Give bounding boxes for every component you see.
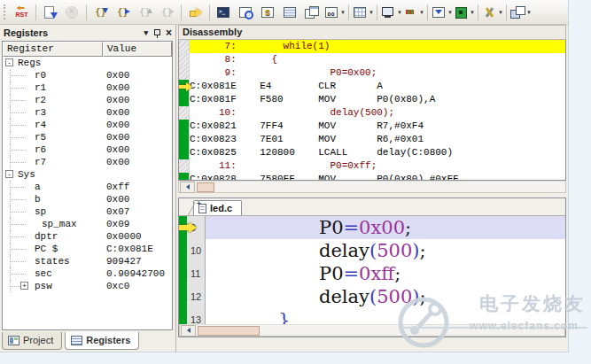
reset-cpu-button[interactable]: RST bbox=[11, 2, 33, 23]
register-row[interactable]: b0x00 bbox=[3, 193, 172, 205]
disassembly-source-row[interactable]: 10: delay(500); bbox=[179, 106, 565, 120]
window-layout-button[interactable]: ▾ bbox=[509, 2, 532, 23]
system-viewer-button[interactable]: ▾ bbox=[431, 2, 453, 23]
scroll-thumb[interactable] bbox=[198, 326, 260, 336]
panel-tab-project[interactable]: Project bbox=[2, 332, 62, 350]
code-line[interactable]: delay(500); bbox=[206, 239, 565, 262]
dropdown-caret-icon[interactable]: ▾ bbox=[369, 9, 373, 16]
memory-icon bbox=[353, 6, 368, 19]
tab-led-c[interactable]: led.c bbox=[193, 200, 242, 215]
disassembly-asm-row[interactable]: C:0x0828 7580FF MOV P0(0x80),#0xFF bbox=[179, 173, 565, 181]
disassembly-text: 10: delay(500); bbox=[190, 106, 565, 120]
disassembly-asm-row[interactable]: C:0x081E E4 CLR A bbox=[179, 80, 565, 93]
disassembly-asm-row[interactable]: C:0x0823 7E01 MOV R6,#0x01 bbox=[179, 133, 565, 146]
register-name: r7 bbox=[3, 156, 46, 168]
show-next-statement-button[interactable] bbox=[184, 2, 206, 23]
registers-window-button[interactable] bbox=[279, 2, 301, 23]
register-value: 0x00 bbox=[106, 69, 129, 81]
register-name: r2 bbox=[3, 94, 46, 106]
disassembly-source-row[interactable]: 7: while(1) bbox=[179, 40, 565, 53]
register-row[interactable]: r40x00 bbox=[3, 119, 172, 131]
disassembly-asm-row[interactable]: C:0x0825 120800 LCALL delay(C:0800) bbox=[179, 146, 565, 159]
step-out-icon bbox=[137, 6, 152, 19]
code-line[interactable]: } bbox=[206, 308, 565, 324]
disassembly-text: 11: P0=0xff; bbox=[190, 159, 565, 173]
pin-icon[interactable] bbox=[153, 28, 160, 38]
editor-body[interactable]: 910111213 P0=0x00;delay(500);P0=0xff;del… bbox=[179, 216, 565, 324]
register-row[interactable]: PC $C:0x081E bbox=[3, 243, 172, 255]
disassembly-source-row[interactable]: 8: { bbox=[179, 53, 565, 66]
toolbar-separator bbox=[348, 4, 349, 20]
disassembly-asm-row[interactable]: C:0x081F F580 MOV P0(0x80),A bbox=[179, 93, 565, 106]
step-into-button[interactable] bbox=[89, 2, 112, 23]
serial-windows-button[interactable]: ▾ bbox=[380, 2, 402, 23]
register-row[interactable]: +psw0xc0 bbox=[3, 280, 172, 292]
editor-hscrollbar[interactable] bbox=[179, 324, 565, 337]
disassembly-window-button[interactable] bbox=[235, 2, 257, 23]
code-token: ; bbox=[405, 217, 411, 238]
column-header-register[interactable]: Register bbox=[3, 42, 103, 57]
dropdown-caret-icon[interactable]: ▾ bbox=[448, 9, 452, 16]
code-line[interactable]: delay(500); bbox=[206, 285, 565, 308]
register-group-row[interactable]: -Sys bbox=[3, 168, 172, 181]
stop-button[interactable] bbox=[61, 2, 83, 23]
register-row[interactable]: r30x00 bbox=[3, 106, 172, 119]
register-row[interactable]: r50x00 bbox=[3, 131, 172, 143]
peripherals-button[interactable]: ▾ bbox=[453, 2, 475, 23]
register-row[interactable]: sp_max0x09 bbox=[3, 218, 172, 230]
code-line[interactable]: P0=0x00; bbox=[206, 216, 565, 239]
expand-icon[interactable]: + bbox=[20, 282, 28, 290]
disassembly-asm-row[interactable]: C:0x0821 7FF4 MOV R7,#0xF4 bbox=[179, 120, 565, 133]
scroll-left-arrow-icon[interactable] bbox=[181, 325, 196, 337]
dropdown-caret-icon[interactable]: ▾ bbox=[470, 9, 474, 16]
register-row[interactable]: r70x00 bbox=[3, 156, 172, 168]
disassembly-header[interactable]: Disassembly bbox=[178, 25, 566, 40]
step-out-button[interactable] bbox=[134, 2, 156, 23]
panel-tab-registers[interactable]: Registers bbox=[65, 332, 139, 350]
command-window-button[interactable] bbox=[213, 2, 235, 23]
dropdown-caret-icon[interactable]: ▾ bbox=[341, 9, 345, 16]
dropdown-caret-icon[interactable]: ▾ bbox=[527, 9, 531, 16]
register-group-row[interactable]: -Regs bbox=[3, 57, 172, 69]
dropdown-caret-icon[interactable]: ▾ bbox=[499, 9, 502, 16]
disassembly-text: C:0x081F F580 MOV P0(0x80),A bbox=[190, 93, 565, 106]
register-row[interactable]: dptr0x0000 bbox=[3, 230, 172, 243]
disassembly-source-row[interactable]: 11: P0=0xff; bbox=[179, 159, 565, 173]
memory-windows-button[interactable]: ▾ bbox=[352, 2, 374, 23]
register-row[interactable]: states909427 bbox=[3, 255, 172, 267]
register-row[interactable]: sp0x07 bbox=[3, 205, 172, 218]
collapse-icon[interactable]: - bbox=[5, 170, 13, 178]
watch-windows-button[interactable]: ▾ bbox=[323, 2, 346, 23]
code-line[interactable]: P0=0xff; bbox=[206, 262, 565, 285]
scroll-left-arrow-icon[interactable] bbox=[180, 182, 195, 193]
disassembly-window[interactable]: 7: while(1) 8: { 9: P0=0x00;C:0x081E E4 … bbox=[178, 40, 566, 181]
editor-code[interactable]: P0=0x00;delay(500);P0=0xff;delay(500);} bbox=[206, 216, 565, 324]
symbols-window-button[interactable] bbox=[257, 2, 279, 23]
step-over-button[interactable] bbox=[112, 2, 134, 23]
collapse-icon[interactable]: - bbox=[5, 58, 13, 66]
dropdown-caret-icon[interactable]: ▾ bbox=[420, 9, 424, 16]
call-stack-window-button[interactable] bbox=[301, 2, 323, 23]
tools-button[interactable]: ▾ bbox=[481, 2, 503, 23]
column-header-value[interactable]: Value bbox=[103, 42, 172, 57]
register-row[interactable]: a0xff bbox=[3, 181, 172, 193]
register-row[interactable]: r10x00 bbox=[3, 81, 172, 94]
disassembly-gutter-cell bbox=[179, 80, 190, 93]
register-row[interactable]: r00x00 bbox=[3, 69, 172, 81]
disassembly-hscrollbar[interactable] bbox=[178, 181, 566, 193]
register-row[interactable]: r60x00 bbox=[3, 143, 172, 156]
line-number: 10 bbox=[191, 239, 205, 262]
scroll-thumb[interactable] bbox=[197, 182, 214, 192]
run-to-cursor-button[interactable] bbox=[156, 2, 178, 23]
panel-menu-chevron-icon[interactable]: ▾ bbox=[144, 28, 148, 37]
run-button[interactable] bbox=[39, 2, 61, 23]
disassembly-source-row[interactable]: 9: P0=0x00; bbox=[179, 66, 565, 80]
register-value: C:0x081E bbox=[106, 243, 153, 255]
analysis-windows-button[interactable]: ▾ bbox=[402, 2, 424, 23]
close-icon[interactable]: × bbox=[166, 28, 172, 37]
register-row[interactable]: r20x00 bbox=[3, 94, 172, 106]
register-row[interactable]: sec0.90942700 bbox=[3, 267, 172, 280]
arrow-gold-icon bbox=[188, 6, 203, 19]
toolbar-grip[interactable] bbox=[4, 4, 7, 19]
dropdown-caret-icon[interactable]: ▾ bbox=[398, 9, 401, 16]
